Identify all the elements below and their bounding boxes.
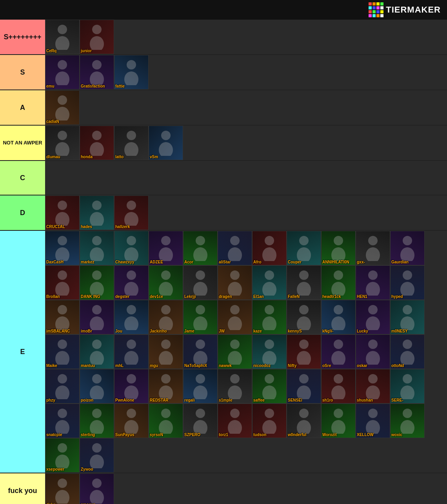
player-card[interactable]: snatcpie [45,404,80,438]
svg-point-117 [90,385,104,399]
player-card[interactable]: SENSEi [287,369,321,404]
player-card[interactable]: SERE- [390,369,425,404]
player-card[interactable]: Jackinho [149,300,183,334]
player-name-label: Zywoo [81,467,93,471]
player-card[interactable]: JW [218,300,252,334]
player-card[interactable]: xsepower [45,438,80,473]
player-card[interactable]: tudson [252,404,287,438]
player-card[interactable]: latto [114,126,149,160]
player-card[interactable]: nicoodoz [252,334,287,369]
player-card[interactable]: DaxCasH [45,231,80,265]
player-card[interactable]: sterling [80,404,114,438]
player-card[interactable]: El1an [252,265,287,300]
player-card[interactable]: poizon [80,369,114,404]
player-card[interactable]: m0NESY [390,300,425,334]
svg-point-14 [92,131,102,140]
player-card[interactable]: Afro [252,231,287,265]
svg-point-8 [127,60,136,69]
player-avatar [45,474,79,504]
player-card[interactable]: deko [45,473,80,504]
player-card[interactable]: mantuu [80,334,114,369]
player-card[interactable]: vSm [149,126,183,160]
player-card[interactable]: XELLOW [356,404,390,438]
player-card[interactable]: Maike [45,334,80,369]
player-card[interactable]: mhL [114,334,149,369]
player-card[interactable]: kaze [252,300,287,334]
player-card[interactable]: shushan [356,369,390,404]
player-card[interactable]: oskar [356,334,390,369]
player-card[interactable]: imSBALANC [45,300,80,334]
player-avatar [80,474,114,504]
svg-point-138 [92,409,102,418]
player-card[interactable]: Couper [287,231,321,265]
player-card[interactable]: fattie [114,55,149,89]
player-card[interactable]: phzy [45,369,80,404]
player-name-label: fattie [115,84,125,88]
player-card[interactable]: gxx- [356,231,390,265]
svg-point-58 [230,270,240,280]
player-card[interactable]: s1mple [218,369,252,404]
player-name-label: kaze [253,329,262,333]
player-card[interactable]: Zywoo [80,438,114,473]
player-card[interactable]: junior [80,20,114,54]
player-card[interactable]: dlumau [45,126,80,160]
player-card[interactable]: Gaurdian [390,231,425,265]
svg-point-126 [265,374,274,383]
player-card[interactable]: FalleN [287,265,321,300]
player-card[interactable]: DANK ING [80,265,114,300]
player-card[interactable]: oSre [321,334,356,369]
player-card[interactable]: imoBr [80,300,114,334]
player-card[interactable]: ANNIHILATI0N [321,231,356,265]
player-card[interactable]: torz1 [218,404,252,438]
player-card[interactable]: dragen [218,265,252,300]
svg-point-133 [366,385,380,399]
player-card[interactable]: woxic [390,404,425,438]
svg-point-86 [334,305,343,314]
player-card[interactable]: emu [45,55,80,89]
svg-point-73 [90,316,104,330]
player-card[interactable]: hades [80,195,114,230]
player-card[interactable]: CeRq [45,20,80,54]
player-card[interactable]: NaToSaphiX [183,334,218,369]
player-card[interactable]: hyped [390,265,425,300]
player-name-label: NaToSaphiX [184,363,207,368]
player-card[interactable]: aliStar [218,231,252,265]
player-card[interactable]: degster [114,265,149,300]
player-card[interactable]: Jame [183,300,218,334]
player-card[interactable]: REDSTAR [149,369,183,404]
player-card[interactable]: Jou [114,300,149,334]
player-name-label: xsepower [46,467,64,471]
player-card[interactable]: sh1ro [321,369,356,404]
player-card[interactable]: HEN1 [356,265,390,300]
player-card[interactable]: nawwk [218,334,252,369]
player-card[interactable]: PwnAlone [114,369,149,404]
player-card[interactable]: Brollan [45,265,80,300]
player-card[interactable]: SZPERO [183,404,218,438]
player-card[interactable]: Chawzxyy [114,231,149,265]
svg-point-17 [124,142,138,156]
player-card[interactable]: kennyS [287,300,321,334]
player-card[interactable]: Gratisfaction [80,55,114,89]
player-card[interactable]: ADZEE [149,231,183,265]
player-card[interactable]: markez [80,231,114,265]
player-card[interactable]: ottoNd [390,334,425,369]
player-card[interactable]: syrsoN [149,404,183,438]
player-card[interactable]: smooya [80,473,114,504]
player-card[interactable]: Acor [183,231,218,265]
player-card[interactable]: kNgV- [321,300,356,334]
player-card[interactable]: honda [80,126,114,160]
player-card[interactable]: headtr1ck [321,265,356,300]
player-card[interactable]: dev1ce [149,265,183,300]
player-card[interactable]: w0nderful [287,404,321,438]
player-card[interactable]: mgu [149,334,183,369]
player-card[interactable]: Worozit [321,404,356,438]
player-card[interactable]: saffee [252,369,287,404]
player-card[interactable]: regali [183,369,218,404]
player-card[interactable]: CRUC1AL [45,195,80,230]
player-card[interactable]: Lucky [356,300,390,334]
player-card[interactable]: hallzerk [114,195,149,230]
player-card[interactable]: SunPayus [114,404,149,438]
player-card[interactable]: cadiaN [45,90,80,125]
player-card[interactable]: Lekrjji [183,265,218,300]
player-card[interactable]: Nifty [287,334,321,369]
